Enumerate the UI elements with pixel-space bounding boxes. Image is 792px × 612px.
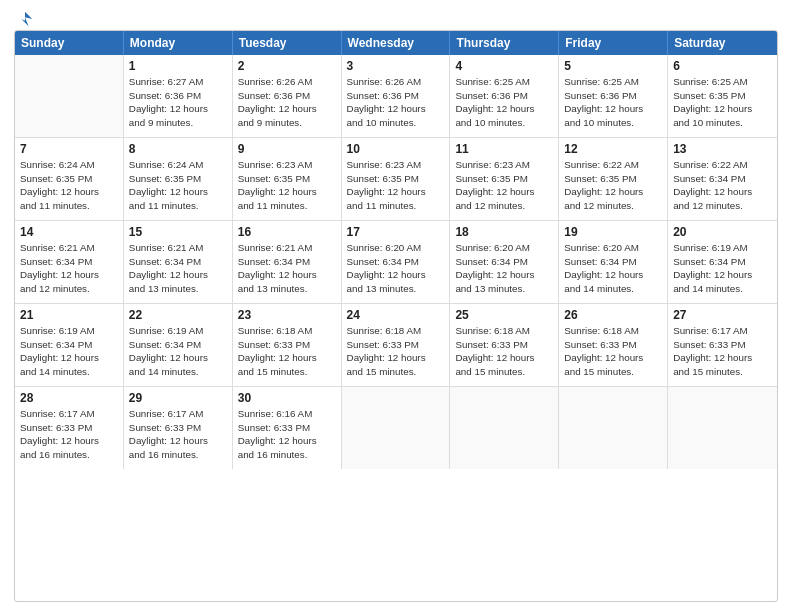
calendar-cell: 15Sunrise: 6:21 AMSunset: 6:34 PMDayligh… bbox=[124, 221, 233, 303]
day-info: Sunrise: 6:25 AMSunset: 6:36 PMDaylight:… bbox=[455, 75, 553, 130]
day-info: Sunrise: 6:20 AMSunset: 6:34 PMDaylight:… bbox=[347, 241, 445, 296]
day-number: 23 bbox=[238, 308, 336, 322]
calendar-week-5: 28Sunrise: 6:17 AMSunset: 6:33 PMDayligh… bbox=[15, 387, 777, 469]
day-number: 19 bbox=[564, 225, 662, 239]
day-number: 2 bbox=[238, 59, 336, 73]
logo-text bbox=[14, 10, 34, 28]
day-number: 15 bbox=[129, 225, 227, 239]
header-day-tuesday: Tuesday bbox=[233, 31, 342, 55]
header-day-wednesday: Wednesday bbox=[342, 31, 451, 55]
day-info: Sunrise: 6:26 AMSunset: 6:36 PMDaylight:… bbox=[347, 75, 445, 130]
day-number: 24 bbox=[347, 308, 445, 322]
calendar-cell: 2Sunrise: 6:26 AMSunset: 6:36 PMDaylight… bbox=[233, 55, 342, 137]
day-number: 12 bbox=[564, 142, 662, 156]
day-number: 8 bbox=[129, 142, 227, 156]
calendar-cell: 29Sunrise: 6:17 AMSunset: 6:33 PMDayligh… bbox=[124, 387, 233, 469]
day-number: 25 bbox=[455, 308, 553, 322]
calendar-cell: 10Sunrise: 6:23 AMSunset: 6:35 PMDayligh… bbox=[342, 138, 451, 220]
calendar-cell: 22Sunrise: 6:19 AMSunset: 6:34 PMDayligh… bbox=[124, 304, 233, 386]
calendar-cell: 24Sunrise: 6:18 AMSunset: 6:33 PMDayligh… bbox=[342, 304, 451, 386]
day-info: Sunrise: 6:21 AMSunset: 6:34 PMDaylight:… bbox=[20, 241, 118, 296]
day-info: Sunrise: 6:18 AMSunset: 6:33 PMDaylight:… bbox=[455, 324, 553, 379]
day-number: 6 bbox=[673, 59, 772, 73]
calendar-cell: 8Sunrise: 6:24 AMSunset: 6:35 PMDaylight… bbox=[124, 138, 233, 220]
day-info: Sunrise: 6:26 AMSunset: 6:36 PMDaylight:… bbox=[238, 75, 336, 130]
day-number: 28 bbox=[20, 391, 118, 405]
day-info: Sunrise: 6:16 AMSunset: 6:33 PMDaylight:… bbox=[238, 407, 336, 462]
day-number: 3 bbox=[347, 59, 445, 73]
calendar-cell: 25Sunrise: 6:18 AMSunset: 6:33 PMDayligh… bbox=[450, 304, 559, 386]
day-info: Sunrise: 6:19 AMSunset: 6:34 PMDaylight:… bbox=[673, 241, 772, 296]
calendar-cell: 27Sunrise: 6:17 AMSunset: 6:33 PMDayligh… bbox=[668, 304, 777, 386]
day-number: 17 bbox=[347, 225, 445, 239]
calendar-body: 1Sunrise: 6:27 AMSunset: 6:36 PMDaylight… bbox=[15, 55, 777, 469]
day-info: Sunrise: 6:25 AMSunset: 6:35 PMDaylight:… bbox=[673, 75, 772, 130]
day-number: 7 bbox=[20, 142, 118, 156]
header-day-monday: Monday bbox=[124, 31, 233, 55]
day-number: 1 bbox=[129, 59, 227, 73]
calendar-cell bbox=[342, 387, 451, 469]
page: SundayMondayTuesdayWednesdayThursdayFrid… bbox=[0, 0, 792, 612]
calendar-cell: 13Sunrise: 6:22 AMSunset: 6:34 PMDayligh… bbox=[668, 138, 777, 220]
header-day-saturday: Saturday bbox=[668, 31, 777, 55]
calendar-cell bbox=[668, 387, 777, 469]
day-number: 20 bbox=[673, 225, 772, 239]
header-day-friday: Friday bbox=[559, 31, 668, 55]
day-info: Sunrise: 6:24 AMSunset: 6:35 PMDaylight:… bbox=[20, 158, 118, 213]
day-number: 14 bbox=[20, 225, 118, 239]
day-info: Sunrise: 6:25 AMSunset: 6:36 PMDaylight:… bbox=[564, 75, 662, 130]
calendar-header: SundayMondayTuesdayWednesdayThursdayFrid… bbox=[15, 31, 777, 55]
day-info: Sunrise: 6:21 AMSunset: 6:34 PMDaylight:… bbox=[129, 241, 227, 296]
day-info: Sunrise: 6:19 AMSunset: 6:34 PMDaylight:… bbox=[20, 324, 118, 379]
day-number: 30 bbox=[238, 391, 336, 405]
calendar: SundayMondayTuesdayWednesdayThursdayFrid… bbox=[14, 30, 778, 602]
calendar-cell: 28Sunrise: 6:17 AMSunset: 6:33 PMDayligh… bbox=[15, 387, 124, 469]
day-number: 26 bbox=[564, 308, 662, 322]
day-info: Sunrise: 6:19 AMSunset: 6:34 PMDaylight:… bbox=[129, 324, 227, 379]
day-info: Sunrise: 6:21 AMSunset: 6:34 PMDaylight:… bbox=[238, 241, 336, 296]
day-number: 5 bbox=[564, 59, 662, 73]
calendar-week-3: 14Sunrise: 6:21 AMSunset: 6:34 PMDayligh… bbox=[15, 221, 777, 304]
day-info: Sunrise: 6:18 AMSunset: 6:33 PMDaylight:… bbox=[238, 324, 336, 379]
day-info: Sunrise: 6:18 AMSunset: 6:33 PMDaylight:… bbox=[564, 324, 662, 379]
calendar-cell: 1Sunrise: 6:27 AMSunset: 6:36 PMDaylight… bbox=[124, 55, 233, 137]
header-day-sunday: Sunday bbox=[15, 31, 124, 55]
calendar-cell: 6Sunrise: 6:25 AMSunset: 6:35 PMDaylight… bbox=[668, 55, 777, 137]
day-number: 27 bbox=[673, 308, 772, 322]
day-info: Sunrise: 6:22 AMSunset: 6:35 PMDaylight:… bbox=[564, 158, 662, 213]
day-info: Sunrise: 6:20 AMSunset: 6:34 PMDaylight:… bbox=[455, 241, 553, 296]
calendar-cell: 19Sunrise: 6:20 AMSunset: 6:34 PMDayligh… bbox=[559, 221, 668, 303]
day-info: Sunrise: 6:22 AMSunset: 6:34 PMDaylight:… bbox=[673, 158, 772, 213]
calendar-cell bbox=[450, 387, 559, 469]
logo bbox=[14, 10, 34, 24]
calendar-cell: 11Sunrise: 6:23 AMSunset: 6:35 PMDayligh… bbox=[450, 138, 559, 220]
day-number: 21 bbox=[20, 308, 118, 322]
day-info: Sunrise: 6:24 AMSunset: 6:35 PMDaylight:… bbox=[129, 158, 227, 213]
day-number: 13 bbox=[673, 142, 772, 156]
calendar-cell: 20Sunrise: 6:19 AMSunset: 6:34 PMDayligh… bbox=[668, 221, 777, 303]
day-number: 18 bbox=[455, 225, 553, 239]
calendar-cell: 21Sunrise: 6:19 AMSunset: 6:34 PMDayligh… bbox=[15, 304, 124, 386]
calendar-week-4: 21Sunrise: 6:19 AMSunset: 6:34 PMDayligh… bbox=[15, 304, 777, 387]
calendar-cell: 9Sunrise: 6:23 AMSunset: 6:35 PMDaylight… bbox=[233, 138, 342, 220]
day-number: 10 bbox=[347, 142, 445, 156]
calendar-cell: 16Sunrise: 6:21 AMSunset: 6:34 PMDayligh… bbox=[233, 221, 342, 303]
logo-bird-icon bbox=[16, 10, 34, 28]
calendar-week-2: 7Sunrise: 6:24 AMSunset: 6:35 PMDaylight… bbox=[15, 138, 777, 221]
calendar-cell: 7Sunrise: 6:24 AMSunset: 6:35 PMDaylight… bbox=[15, 138, 124, 220]
calendar-cell: 23Sunrise: 6:18 AMSunset: 6:33 PMDayligh… bbox=[233, 304, 342, 386]
day-info: Sunrise: 6:27 AMSunset: 6:36 PMDaylight:… bbox=[129, 75, 227, 130]
calendar-cell: 30Sunrise: 6:16 AMSunset: 6:33 PMDayligh… bbox=[233, 387, 342, 469]
calendar-cell: 4Sunrise: 6:25 AMSunset: 6:36 PMDaylight… bbox=[450, 55, 559, 137]
day-number: 4 bbox=[455, 59, 553, 73]
day-info: Sunrise: 6:23 AMSunset: 6:35 PMDaylight:… bbox=[347, 158, 445, 213]
day-number: 9 bbox=[238, 142, 336, 156]
calendar-cell bbox=[15, 55, 124, 137]
calendar-cell: 12Sunrise: 6:22 AMSunset: 6:35 PMDayligh… bbox=[559, 138, 668, 220]
svg-marker-0 bbox=[21, 12, 32, 26]
day-number: 16 bbox=[238, 225, 336, 239]
calendar-week-1: 1Sunrise: 6:27 AMSunset: 6:36 PMDaylight… bbox=[15, 55, 777, 138]
day-info: Sunrise: 6:17 AMSunset: 6:33 PMDaylight:… bbox=[129, 407, 227, 462]
header-day-thursday: Thursday bbox=[450, 31, 559, 55]
calendar-cell: 18Sunrise: 6:20 AMSunset: 6:34 PMDayligh… bbox=[450, 221, 559, 303]
